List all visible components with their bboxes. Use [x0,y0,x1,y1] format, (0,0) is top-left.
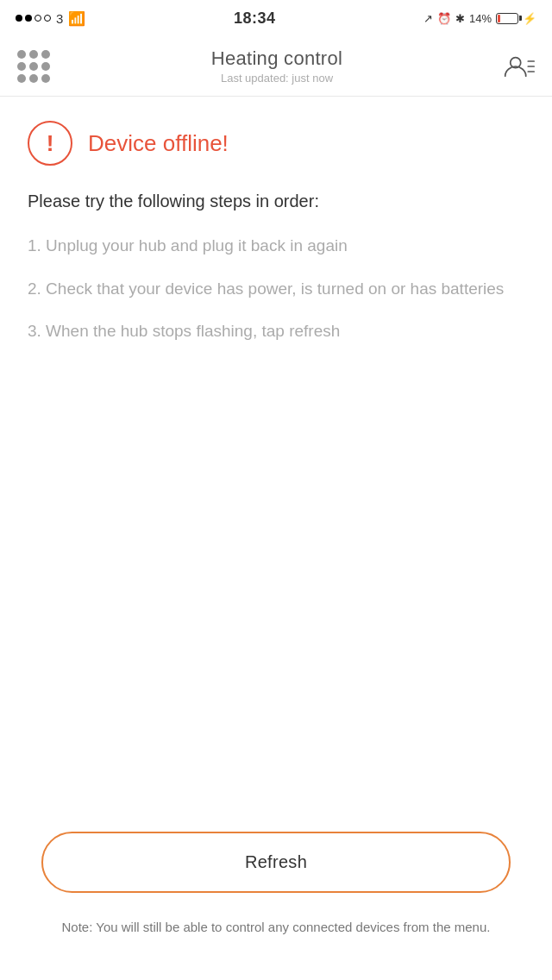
refresh-button-container: Refresh [28,832,524,893]
offline-message: Device offline! [88,130,229,157]
battery-body [496,13,518,24]
signal-strength [16,15,51,22]
logo-dot-5 [29,62,38,71]
status-bar: 3 📶 18:34 ↗ ⏰ ✱ 14% ⚡ [0,0,552,36]
step-2-text: 2. Check that your device has power, is … [28,280,504,298]
user-list-icon [504,53,535,79]
step-3: 3. When the hub stops flashing, tap refr… [28,319,524,343]
logo-dot-6 [41,62,50,71]
step-1-text: 1. Unplug your hub and plug it back in a… [28,236,348,254]
battery-fill [498,15,500,22]
status-bar-right: ↗ ⏰ ✱ 14% ⚡ [423,12,536,25]
spacer [28,362,524,832]
alert-icon: ! [28,121,72,166]
nav-header: Heating control Last updated: just now [0,36,552,97]
signal-dot-3 [34,15,41,22]
bluetooth-icon: ✱ [455,12,465,25]
carrier-label: 3 [56,11,63,26]
refresh-button[interactable]: Refresh [41,832,511,893]
logo-dot-2 [29,50,38,59]
step-1: 1. Unplug your hub and plug it back in a… [28,234,524,258]
battery-indicator [496,13,518,24]
status-bar-left: 3 📶 [16,10,85,27]
app-logo[interactable] [17,50,50,83]
logo-dot-8 [29,74,38,83]
nav-title-group: Heating control Last updated: just now [211,47,342,85]
logo-dot-3 [41,50,50,59]
clock: 18:34 [234,9,276,28]
signal-dot-4 [44,15,51,22]
logo-dot-4 [17,62,26,71]
logo-dot-9 [41,74,50,83]
charging-icon: ⚡ [523,12,536,25]
battery-percent: 14% [469,12,492,25]
note-text: Note: You will still be able to control … [28,917,524,937]
logo-dot-7 [17,74,26,83]
step-3-text: 3. When the hub stops flashing, tap refr… [28,322,340,340]
last-updated: Last updated: just now [211,72,342,85]
logo-dot-1 [17,50,26,59]
user-menu-button[interactable] [504,53,535,79]
offline-alert: ! Device offline! [28,121,524,166]
step-2: 2. Check that your device has power, is … [28,277,524,301]
instructions-title: Please try the following steps in order: [28,192,524,211]
page-title: Heating control [211,47,342,70]
wifi-icon: 📶 [68,10,85,27]
location-icon: ↗ [423,12,433,25]
signal-dot-1 [16,15,22,22]
alarm-icon: ⏰ [437,12,451,25]
main-content: ! Device offline! Please try the followi… [0,97,552,980]
signal-dot-2 [25,15,32,22]
